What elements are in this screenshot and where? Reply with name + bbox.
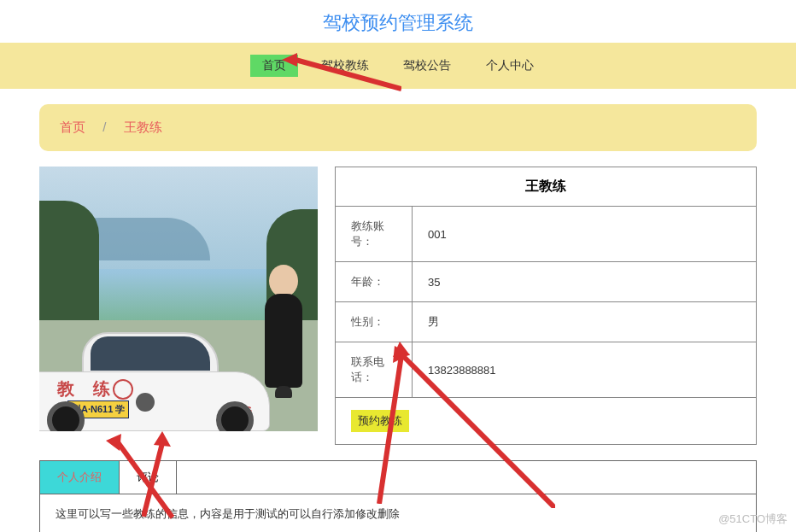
breadcrumb-home[interactable]: 首页 bbox=[60, 120, 85, 134]
table-row: 性别： 男 bbox=[336, 302, 757, 342]
breadcrumb: 首页 / 王教练 bbox=[39, 104, 757, 151]
nav-notices[interactable]: 驾校公告 bbox=[391, 55, 463, 77]
field-value: 13823888881 bbox=[413, 342, 757, 398]
coach-name-header: 王教练 bbox=[336, 167, 757, 207]
coach-info-panel: 王教练 教练账号： 001 年龄： 35 性别： 男 联系电话： 1382388… bbox=[335, 167, 757, 445]
tabs-header: 个人介绍 评论 bbox=[40, 461, 756, 494]
field-label: 教练账号： bbox=[336, 207, 413, 262]
tab-intro[interactable]: 个人介绍 bbox=[40, 461, 120, 494]
page-header: 驾校预约管理系统 bbox=[0, 0, 796, 43]
nav-coaches[interactable]: 驾校教练 bbox=[309, 55, 381, 77]
vw-logo-icon bbox=[136, 393, 155, 412]
watermark: @51CTO博客 bbox=[718, 512, 787, 527]
field-value: 男 bbox=[413, 302, 757, 342]
coach-photo: 教 练 川A·N611 学 CNG bbox=[39, 167, 318, 431]
field-value: 35 bbox=[413, 262, 757, 302]
tab-comments[interactable]: 评论 bbox=[120, 461, 177, 494]
table-row: 预约教练 bbox=[336, 398, 757, 445]
breadcrumb-current: 王教练 bbox=[124, 120, 162, 134]
training-car: 教 练 川A·N611 学 CNG bbox=[39, 332, 270, 431]
tab-content: 这里可以写一些教练的信息，内容是用于测试的可以自行添加修改删除 bbox=[40, 494, 756, 532]
coach-info-table: 王教练 教练账号： 001 年龄： 35 性别： 男 联系电话： 1382388… bbox=[335, 167, 757, 445]
person-figure bbox=[258, 265, 309, 398]
page-title: 驾校预约管理系统 bbox=[0, 10, 796, 36]
table-row: 联系电话： 13823888881 bbox=[336, 342, 757, 398]
car-brand-text: 教 练 bbox=[57, 377, 117, 400]
nav-profile[interactable]: 个人中心 bbox=[474, 55, 546, 77]
nav-home[interactable]: 首页 bbox=[250, 55, 298, 77]
field-value: 001 bbox=[413, 207, 757, 262]
table-row: 教练账号： 001 bbox=[336, 207, 757, 262]
field-label: 性别： bbox=[336, 302, 413, 342]
table-row: 年龄： 35 bbox=[336, 262, 757, 302]
tabs-panel: 个人介绍 评论 这里可以写一些教练的信息，内容是用于测试的可以自行添加修改删除 bbox=[39, 460, 757, 532]
main-nav: 首页 驾校教练 驾校公告 个人中心 bbox=[0, 43, 796, 89]
field-label: 联系电话： bbox=[336, 342, 413, 398]
book-coach-button[interactable]: 预约教练 bbox=[351, 410, 409, 432]
breadcrumb-separator: / bbox=[102, 120, 106, 134]
field-label: 年龄： bbox=[336, 262, 413, 302]
